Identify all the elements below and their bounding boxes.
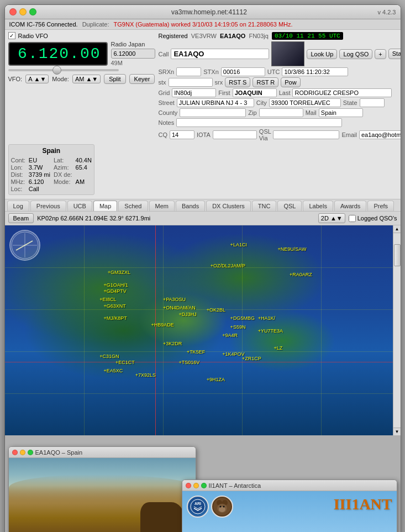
utc-input[interactable]: 10/3/86 11:20:32 — [282, 67, 348, 76]
scroll-up-button[interactable]: ▲ — [393, 225, 401, 233]
ea1aqo-minimize[interactable] — [20, 450, 25, 455]
vfo-value: A — [28, 76, 32, 82]
tab-ucb[interactable]: UCB — [67, 201, 92, 211]
scroll-down-button[interactable]: ▼ — [393, 428, 401, 435]
scroll-thumb[interactable] — [394, 244, 401, 266]
reg-grid: FN03jq — [249, 33, 268, 39]
map-scrollbar[interactable]: ▲ ▼ — [393, 225, 401, 435]
ii1ant-minimize[interactable] — [193, 483, 199, 488]
stack-button[interactable]: Stack ▶ — [388, 49, 401, 59]
tab-log[interactable]: Log — [7, 201, 29, 211]
cont-value: EU — [29, 157, 50, 164]
status-bar: ICOM IC-756 Connected. Duplicate: TG9NX … — [5, 19, 401, 30]
lookup-button[interactable]: Look Up — [307, 49, 337, 59]
ea1aqo-close[interactable] — [12, 450, 18, 455]
tab-bands[interactable]: Bands — [176, 201, 205, 211]
radio-vfo-checkbox[interactable]: ✓ — [8, 32, 15, 39]
iota-label: IOTA — [197, 131, 211, 138]
tab-qsl[interactable]: QSL — [277, 201, 302, 211]
tab-previous[interactable]: Previous — [30, 201, 66, 211]
ii1ant-close[interactable] — [186, 483, 191, 488]
lon-label: Lon: — [11, 164, 25, 171]
main-window: va3mw.homeip.net:41112 v 4.2.3 ICOM IC-7… — [4, 4, 401, 532]
vfo-slider[interactable] — [8, 69, 119, 71]
tab-prefs[interactable]: Prefs — [367, 201, 394, 211]
stxn-input[interactable]: 00016 — [221, 67, 265, 76]
beam-button[interactable]: Beam — [8, 213, 34, 223]
city-label: City — [256, 99, 267, 106]
rst-r-button[interactable]: RST R — [253, 77, 278, 87]
svg-text:ARI: ARI — [194, 502, 201, 505]
tab-sched[interactable]: Sched — [118, 201, 148, 211]
iota-input[interactable] — [213, 130, 257, 139]
ii1ant-maximize[interactable] — [201, 483, 207, 488]
stxn-label: STXn — [203, 69, 219, 75]
zip-input[interactable] — [259, 108, 303, 117]
lon-value: 3.7W — [29, 164, 50, 171]
keyer-button[interactable]: Keyer — [129, 74, 155, 84]
city-input[interactable]: 39300 TORRELAVEC — [269, 98, 341, 107]
qsl-via-input[interactable] — [273, 130, 339, 139]
ari-badge: ARI — [187, 496, 209, 518]
callsign-input[interactable]: EA1AQO — [171, 49, 269, 59]
email-input[interactable]: ea1aqo@hotmail.cor — [359, 130, 401, 139]
callsign-g1oah: G1OAH/1 — [104, 282, 128, 288]
county-label: County — [159, 109, 178, 116]
logged-qsos-check[interactable] — [349, 215, 356, 222]
srxn-label: SRXn — [159, 69, 175, 75]
tab-dx-clusters[interactable]: DX Clusters — [206, 201, 251, 211]
qso-photo — [271, 41, 304, 66]
qsl-via-label: QSL Via — [259, 128, 271, 141]
plus-button[interactable]: + — [375, 49, 386, 59]
callsign-gm3zxl: GM3ZXL — [108, 270, 130, 275]
pow-button[interactable]: Pow — [281, 77, 300, 87]
grid-input[interactable]: IN80dj — [172, 88, 216, 97]
mode-select[interactable]: AM ▲▼ — [72, 75, 101, 83]
vfo-select[interactable]: A ▲▼ — [25, 75, 49, 83]
street-input[interactable]: JULIAN URBINA NJ 4 - 3 — [177, 98, 254, 107]
tab-tnc[interactable]: TNC — [252, 201, 277, 211]
maximize-button[interactable] — [29, 8, 36, 15]
frequency-display[interactable]: 6.120.00 — [8, 42, 108, 66]
notes-input[interactable] — [176, 118, 342, 127]
map-area: LA1CI NE9U/SAW GM3ZXL G1OAH/1 GD4PTV EI8… — [5, 225, 401, 435]
minimize-button[interactable] — [19, 8, 27, 15]
map-container[interactable]: LA1CI NE9U/SAW GM3ZXL G1OAH/1 GD4PTV EI8… — [5, 225, 401, 435]
stx-input[interactable] — [169, 78, 213, 87]
cq-input[interactable]: 14 — [170, 130, 194, 139]
log-qso-button[interactable]: Log QSO — [339, 49, 372, 59]
split-button[interactable]: Split — [104, 74, 125, 84]
logged-qsos-checkbox[interactable]: Logged QSO's — [349, 215, 397, 222]
notes-label: Notes — [159, 119, 175, 126]
title-bar: va3mw.homeip.net:41112 v 4.2.3 — [5, 5, 401, 19]
tab-mem[interactable]: Mem — [149, 201, 175, 211]
top-section: ✓ Radio VFO 6.120.00 Radio Japan 6.12000… — [5, 30, 401, 199]
county-input[interactable] — [180, 108, 246, 117]
rst-s-button[interactable]: RST S — [225, 77, 250, 87]
loc-mode-value: AM — [76, 178, 92, 185]
tab-awards[interactable]: Awards — [334, 201, 366, 211]
callsign-ne9u: NE9U/SAW — [278, 246, 307, 252]
freq-input[interactable]: 6.12000 — [111, 49, 155, 59]
map-view-label: 2D — [321, 215, 329, 222]
utc-label: UTC — [267, 69, 280, 75]
mail-input[interactable]: Spain — [319, 108, 363, 117]
dx-de-value — [76, 171, 92, 178]
logged-qsos-label: Logged QSO's — [357, 215, 397, 222]
close-button[interactable] — [9, 8, 17, 15]
srx-stx-row: SRXn STXn 00016 UTC 10/3/86 11:20:32 — [159, 67, 401, 76]
state-input[interactable] — [360, 98, 385, 107]
srxn-input[interactable] — [176, 67, 201, 76]
tab-labels[interactable]: Labels — [303, 201, 333, 211]
parallel-line — [5, 362, 401, 362]
callsign-g63xnt: G63XNT — [104, 303, 126, 309]
connection-status: ICOM IC-756 Connected. — [9, 21, 78, 28]
tab-map[interactable]: Map — [93, 201, 117, 211]
ea1aqo-maximize[interactable] — [28, 450, 33, 455]
first-input[interactable]: JOAQUIN — [233, 88, 277, 97]
callsign-7x92ls: 7X92LS — [135, 372, 156, 378]
slider-thumb[interactable] — [52, 66, 61, 75]
map-view-select[interactable]: 2D ▲▼ — [318, 213, 345, 223]
callsign-dg5mbg: DG5MBG — [230, 315, 255, 321]
last-input[interactable]: RODRIGUEZ CRESPO — [292, 88, 392, 97]
